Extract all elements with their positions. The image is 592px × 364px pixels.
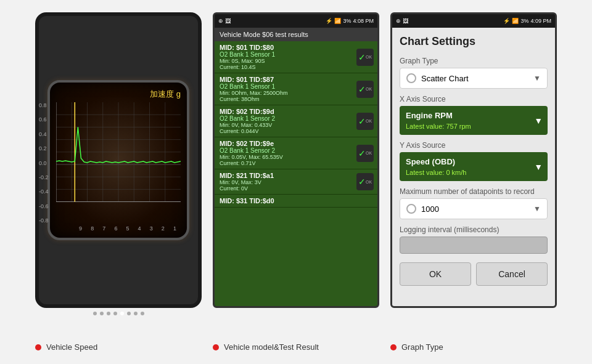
labels-section: Vehicle Speed Vehicle model&Test Result …	[0, 342, 592, 352]
result-values-5: Min: 0V, Max: 3VCurrent: 0V	[220, 179, 372, 192]
label-text-2: Vehicle model&Test Result	[224, 342, 319, 352]
label-dot-3	[390, 344, 397, 350]
x-axis-arrow: ▼	[534, 116, 543, 126]
test-results-list: MID: $01 TID:$80 O2 Bank 1 Sensor 1 Min:…	[215, 41, 377, 306]
battery-pct: 3%	[343, 18, 351, 24]
x-axis-section: X Axis Source Engine RPM Latest value: 7…	[400, 95, 548, 135]
label-panel-3: Graph Type	[390, 342, 557, 352]
result-mid-1: MID: $01 TID:$80	[220, 44, 372, 51]
chart-widget: 加速度 g 0.80.60.40.20.0-0.2-0.4-0.6-0.8	[47, 80, 189, 240]
phone-frame-3: ⊕ 🖼 ⚡ 📶 3% 4:09 PM Chart Settings	[390, 12, 557, 308]
y-axis-arrow: ▼	[534, 162, 543, 172]
bt-icon: ⚡	[326, 18, 332, 24]
status-icon-3: ⊕	[396, 18, 401, 24]
y-axis-dropdown[interactable]: Speed (OBD) Latest value: 0 km/h ▼	[400, 152, 548, 181]
result-item-1: MID: $01 TID:$80 O2 Bank 1 Sensor 1 Min:…	[215, 41, 377, 73]
time-display-3: 4:09 PM	[530, 18, 551, 24]
graph-type-value: Scatter Chart	[421, 74, 469, 83]
y-axis-sub: Latest value: 0 km/h	[406, 169, 541, 176]
settings-title: Chart Settings	[400, 35, 548, 48]
label-text-1: Vehicle Speed	[46, 342, 97, 352]
logging-interval-input[interactable]	[400, 237, 548, 254]
ok-badge-5: ✓OK	[356, 173, 374, 190]
graph-type-arrow: ▼	[533, 74, 541, 83]
result-mid-3: MID: $02 TID:$9d	[220, 108, 372, 115]
y-axis-value: Speed (OBD)	[406, 157, 541, 166]
chart-title: 加速度 g	[56, 89, 181, 100]
dot-7	[134, 312, 138, 315]
dot-5-active	[120, 312, 124, 315]
settings-screen: Chart Settings Graph Type Scatter Chart …	[392, 28, 555, 306]
dot-1	[93, 312, 97, 315]
ok-badge-1: ✓OK	[356, 49, 374, 66]
settings-buttons: OK Cancel	[400, 262, 548, 286]
graph-type-radio	[406, 73, 416, 83]
dot-8	[141, 312, 144, 315]
max-datapoints-section: Maximum number of datapoints to record 1…	[400, 187, 548, 219]
result-item-2: MID: $01 TID:$87 O2 Bank 1 Sensor 1 Min:…	[215, 73, 377, 105]
y-axis-labels: 0.80.60.40.20.0-0.2-0.4-0.6-0.8	[39, 102, 49, 224]
wifi-icon: 📶	[334, 18, 341, 24]
screen-header-text: Vehicle Mode $06 test results	[220, 31, 308, 38]
result-sensor-3: O2 Bank 1 Sensor 2	[220, 115, 372, 122]
max-datapoints-radio	[406, 204, 416, 214]
chart-svg	[56, 102, 181, 202]
phone-frame-2: ⊕ 🖼 ⚡ 📶 3% 4:08 PM Vehicle Mode $06 test…	[213, 12, 379, 308]
dot-6	[127, 312, 131, 315]
x-axis-dropdown[interactable]: Engine RPM Latest value: 757 rpm ▼	[400, 106, 548, 135]
graph-type-dropdown[interactable]: Scatter Chart ▼	[400, 68, 548, 89]
result-sensor-2: O2 Bank 1 Sensor 1	[220, 83, 372, 90]
status-img-2: 🖼	[225, 18, 231, 24]
battery-pct-3: 3%	[520, 18, 528, 24]
label-panel-1: Vehicle Speed	[35, 342, 202, 352]
panel-chart-settings: ⊕ 🖼 ⚡ 📶 3% 4:09 PM Chart Settings	[390, 12, 557, 308]
result-values-1: Min: 0S, Max: 90SCurrent: 10.4S	[220, 58, 372, 70]
panel-test-results: ⊕ 🖼 ⚡ 📶 3% 4:08 PM Vehicle Mode $06 test…	[213, 12, 379, 308]
label-panel-2: Vehicle model&Test Result	[213, 342, 379, 352]
result-item-6: MID: $31 TID:$d0	[215, 195, 377, 208]
x-axis-label: X Axis Source	[400, 95, 548, 103]
panel-vehicle-speed: 加速度 g 0.80.60.40.20.0-0.2-0.4-0.6-0.8	[35, 12, 202, 315]
ok-button[interactable]: OK	[400, 262, 471, 286]
result-item-5: MID: $21 TID:$a1 Min: 0V, Max: 3VCurrent…	[215, 169, 377, 195]
result-mid-6: MID: $31 TID:$d0	[220, 197, 372, 204]
result-mid-4: MID: $02 TID:$9e	[220, 140, 372, 147]
result-values-3: Min: 0V, Max: 0.433VCurrent: 0.044V	[220, 122, 372, 134]
y-axis-label: Y Axis Source	[400, 141, 548, 150]
y-axis-section: Y Axis Source Speed (OBD) Latest value: …	[400, 141, 548, 181]
graph-type-section: Graph Type Scatter Chart ▼	[400, 57, 548, 89]
result-item-4: MID: $02 TID:$9e O2 Bank 1 Sensor 2 Min:…	[215, 137, 377, 169]
time-display-2: 4:08 PM	[353, 18, 374, 24]
logging-interval-section: Logging interval (milliseconds)	[400, 225, 548, 254]
result-values-2: Min: 0Ohm, Max: 2500OhmCurrent: 38Ohm	[220, 90, 372, 102]
dot-3	[107, 312, 110, 315]
result-mid-2: MID: $01 TID:$87	[220, 76, 372, 83]
max-datapoints-label: Maximum number of datapoints to record	[400, 187, 548, 196]
ok-badge-3: ✓OK	[356, 113, 374, 130]
max-datapoints-value: 1000	[421, 204, 439, 214]
graph-type-label: Graph Type	[400, 57, 548, 65]
panel-dots-1	[93, 312, 144, 315]
screen-header-2: Vehicle Mode $06 test results	[215, 28, 377, 41]
label-dot-2	[213, 344, 219, 350]
status-img-3: 🖼	[403, 18, 408, 24]
dot-2	[100, 312, 104, 315]
status-bar-3: ⊕ 🖼 ⚡ 📶 3% 4:09 PM	[392, 14, 555, 28]
result-mid-5: MID: $21 TID:$a1	[220, 172, 372, 179]
result-sensor-4: O2 Bank 1 Sensor 2	[220, 147, 372, 154]
max-datapoints-dropdown[interactable]: 1000 ▼	[400, 198, 548, 219]
x-axis-value: Engine RPM	[406, 111, 541, 120]
dot-4	[113, 312, 117, 315]
label-text-3: Graph Type	[401, 342, 443, 352]
result-sensor-1: O2 Bank 1 Sensor 1	[220, 51, 372, 58]
max-datapoints-arrow: ▼	[533, 204, 541, 213]
label-dot-1	[35, 344, 41, 350]
cancel-button[interactable]: Cancel	[476, 262, 548, 286]
result-item-3: MID: $02 TID:$9d O2 Bank 1 Sensor 2 Min:…	[215, 105, 377, 137]
wifi-icon-3: 📶	[512, 18, 519, 24]
x-axis-labels: 987654321	[56, 225, 181, 232]
bt-icon-3: ⚡	[503, 18, 510, 24]
status-bar-2: ⊕ 🖼 ⚡ 📶 3% 4:08 PM	[215, 14, 377, 28]
ok-badge-2: ✓OK	[356, 81, 374, 98]
result-values-4: Min: 0.05V, Max: 65.535VCurrent: 0.71V	[220, 154, 372, 166]
